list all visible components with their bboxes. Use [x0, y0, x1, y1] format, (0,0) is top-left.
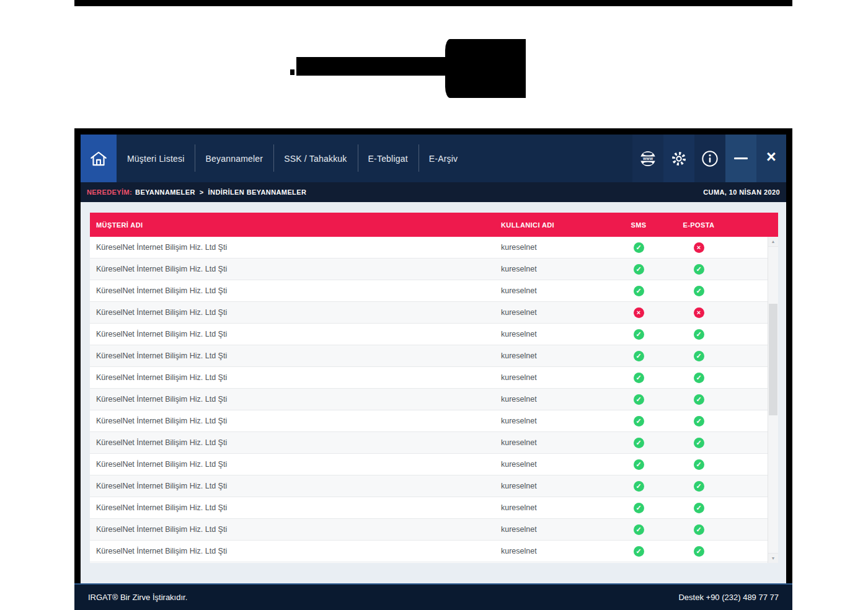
cell-musteri-adi: KüreselNet İnternet Bilişim Hiz. Ltd Şti	[90, 265, 501, 273]
table-row[interactable]: KüreselNet İnternet Bilişim Hiz. Ltd Şti…	[90, 454, 778, 475]
breadcrumb: NEREDEYİM: BEYANNAMELER > İNDİRİLEN BEYA…	[81, 182, 786, 202]
table-row[interactable]: KüreselNet İnternet Bilişim Hiz. Ltd Şti…	[90, 302, 778, 324]
table-body: KüreselNet İnternet Bilişim Hiz. Ltd Şti…	[90, 237, 778, 562]
table-row[interactable]: KüreselNet İnternet Bilişim Hiz. Ltd Şti…	[90, 410, 778, 432]
cell-musteri-adi: KüreselNet İnternet Bilişim Hiz. Ltd Şti	[90, 286, 501, 295]
status-ok-icon: ✓	[634, 459, 644, 470]
cell-sms-status: ✓	[608, 286, 670, 296]
cell-eposta-status: ✓	[670, 373, 728, 383]
breadcrumb-item-indirilen-beyannameler[interactable]: İNDİRİLEN BEYANNAMELER	[208, 188, 307, 196]
app-content: Müşteri Listesi Beyannameler SSK / Tahak…	[81, 135, 786, 583]
cell-musteri-adi: KüreselNet İnternet Bilişim Hiz. Ltd Şti	[90, 417, 501, 425]
column-eposta: E-POSTA	[670, 221, 728, 229]
table-row[interactable]: KüreselNet İnternet Bilişim Hiz. Ltd Şti…	[90, 389, 778, 410]
column-musteri-adi: MÜŞTERİ ADI	[90, 221, 501, 229]
desktop-background: Müşteri Listesi Beyannameler SSK / Tahak…	[0, 0, 868, 610]
status-ok-icon: ✓	[634, 286, 644, 296]
redacted-titlebar	[74, 0, 792, 6]
cell-musteri-adi: KüreselNet İnternet Bilişim Hiz. Ltd Şti	[90, 460, 501, 469]
declarations-table: MÜŞTERİ ADI KULLANICI ADI SMS E-POSTA Kü…	[90, 213, 778, 563]
gear-icon	[670, 150, 688, 167]
status-ok-icon: ✓	[694, 546, 704, 557]
footer-brand: IRGAT® Bir Zirve İştirakıdır.	[88, 593, 187, 602]
table-row[interactable]: KüreselNet İnternet Bilişim Hiz. Ltd Şti…	[90, 280, 778, 302]
vertical-scrollbar[interactable]: ▲ ▼	[768, 237, 778, 563]
triangle-down-icon: ▼	[771, 556, 776, 560]
redacted-logo-text	[296, 57, 445, 76]
nav-tab-5[interactable]: E-Arşiv	[418, 135, 469, 182]
status-ok-icon: ✓	[694, 351, 704, 361]
column-kullanici-adi: KULLANICI ADI	[501, 221, 608, 229]
cell-musteri-adi: KüreselNet İnternet Bilişim Hiz. Ltd Şti	[90, 438, 501, 447]
cell-kullanici-adi: kureselnet	[501, 308, 608, 317]
table-row[interactable]: KüreselNet İnternet Bilişim Hiz. Ltd Şti…	[90, 324, 778, 345]
status-ok-icon: ✓	[634, 329, 644, 340]
nav-tabs: Müşteri Listesi Beyannameler SSK / Tahak…	[117, 135, 468, 182]
minimize-icon	[734, 157, 748, 159]
status-ok-icon: ✓	[634, 481, 644, 492]
status-ok-icon: ✓	[694, 503, 704, 513]
nav-tab-2[interactable]: Beyannameler	[195, 135, 273, 182]
table-row[interactable]: KüreselNet İnternet Bilişim Hiz. Ltd Şti…	[90, 345, 778, 367]
cell-sms-status: ✓	[608, 459, 670, 470]
cell-musteri-adi: KüreselNet İnternet Bilişim Hiz. Ltd Şti	[90, 243, 501, 252]
status-ok-icon: ✓	[694, 264, 704, 275]
cell-sms-status: ✓	[608, 329, 670, 340]
table-header: MÜŞTERİ ADI KULLANICI ADI SMS E-POSTA	[90, 213, 778, 237]
cell-kullanici-adi: kureselnet	[501, 395, 608, 404]
cell-eposta-status: ×	[670, 307, 728, 318]
nav-tab-3[interactable]: SSK / Tahakkuk	[273, 135, 357, 182]
triangle-up-icon: ▲	[771, 239, 776, 244]
close-button[interactable]: ×	[756, 135, 786, 182]
settings-button[interactable]	[663, 135, 694, 182]
globe-button[interactable]: WWW	[632, 135, 663, 182]
table-row[interactable]: KüreselNet İnternet Bilişim Hiz. Ltd Şti…	[90, 475, 778, 497]
minimize-button[interactable]	[725, 135, 756, 182]
cell-kullanici-adi: kureselnet	[501, 286, 608, 295]
table-row[interactable]: KüreselNet İnternet Bilişim Hiz. Ltd Şti…	[90, 237, 778, 259]
breadcrumb-item-beyannameler[interactable]: BEYANNAMELER	[135, 188, 195, 196]
status-fail-icon: ×	[634, 307, 644, 318]
cell-eposta-status: ✓	[670, 459, 728, 470]
table-row[interactable]: KüreselNet İnternet Bilişim Hiz. Ltd Şti…	[90, 519, 778, 541]
globe-www-icon: WWW	[639, 150, 657, 167]
redacted-logo	[445, 39, 526, 98]
close-icon: ×	[766, 149, 776, 166]
nav-tab-4[interactable]: E-Tebligat	[358, 135, 418, 182]
cell-sms-status: ✓	[608, 481, 670, 492]
cell-sms-status: ✓	[608, 503, 670, 513]
cell-sms-status: ✓	[608, 264, 670, 275]
status-ok-icon: ✓	[694, 329, 704, 340]
table-row[interactable]: KüreselNet İnternet Bilişim Hiz. Ltd Şti…	[90, 259, 778, 280]
cell-eposta-status: ✓	[670, 329, 728, 340]
nav-tab-1[interactable]: Müşteri Listesi	[117, 135, 195, 182]
nav-tab-label: Müşteri Listesi	[127, 154, 184, 164]
cell-musteri-adi: KüreselNet İnternet Bilişim Hiz. Ltd Şti	[90, 373, 501, 382]
cell-eposta-status: ✓	[670, 286, 728, 296]
table-row[interactable]: KüreselNet İnternet Bilişim Hiz. Ltd Şti…	[90, 367, 778, 389]
status-ok-icon: ✓	[694, 286, 704, 296]
footer: IRGAT® Bir Zirve İştirakıdır. Destek +90…	[74, 583, 792, 610]
home-button[interactable]	[81, 135, 117, 182]
table-row[interactable]: KüreselNet İnternet Bilişim Hiz. Ltd Şti…	[90, 497, 778, 519]
scroll-down-button[interactable]: ▼	[768, 553, 778, 563]
cell-musteri-adi: KüreselNet İnternet Bilişim Hiz. Ltd Şti	[90, 525, 501, 534]
cell-eposta-status: ✓	[670, 264, 728, 275]
info-button[interactable]	[694, 135, 725, 182]
cell-kullanici-adi: kureselnet	[501, 373, 608, 382]
cell-musteri-adi: KüreselNet İnternet Bilişim Hiz. Ltd Şti	[90, 482, 501, 490]
top-navigation: Müşteri Listesi Beyannameler SSK / Tahak…	[81, 135, 786, 182]
table-row[interactable]: KüreselNet İnternet Bilişim Hiz. Ltd Şti…	[90, 432, 778, 454]
table-row[interactable]: KüreselNet İnternet Bilişim Hiz. Ltd Şti…	[90, 541, 778, 562]
scrollbar-thumb[interactable]	[769, 304, 777, 415]
cell-eposta-status: ✓	[670, 438, 728, 448]
cell-sms-status: ✓	[608, 438, 670, 448]
cell-musteri-adi: KüreselNet İnternet Bilişim Hiz. Ltd Şti	[90, 395, 501, 404]
nav-spacer	[468, 135, 632, 182]
cell-kullanici-adi: kureselnet	[501, 351, 608, 360]
scroll-up-button[interactable]: ▲	[768, 237, 778, 247]
cell-musteri-adi: KüreselNet İnternet Bilişim Hiz. Ltd Şti	[90, 308, 501, 317]
cell-kullanici-adi: kureselnet	[501, 417, 608, 425]
cell-eposta-status: ✓	[670, 524, 728, 535]
cell-eposta-status: ✓	[670, 546, 728, 557]
